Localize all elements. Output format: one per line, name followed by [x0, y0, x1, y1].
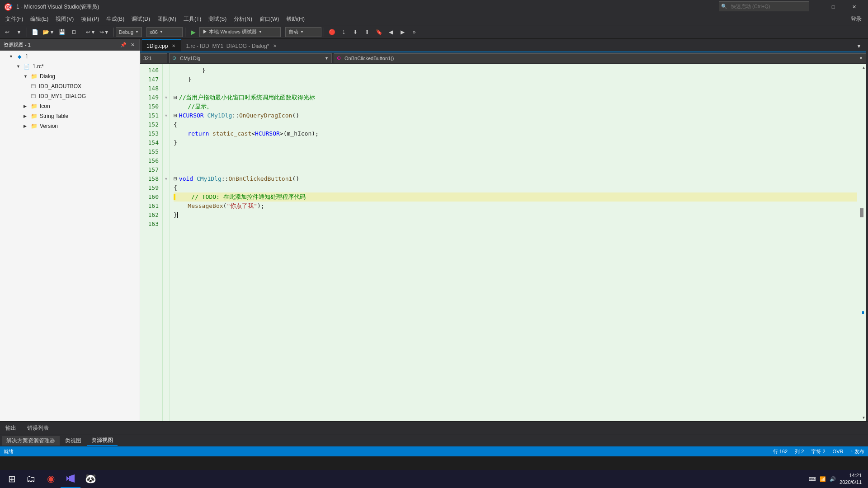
maximize-button[interactable]: □ — [823, 0, 844, 14]
sidebar-header-controls: 📌 ✕ — [120, 41, 136, 48]
sidebar-close-btn[interactable]: ✕ — [129, 41, 136, 48]
auto-dropdown[interactable]: 自动 ▼ — [285, 27, 321, 37]
code-editor[interactable]: 146 147 148 149 150 151 152 153 154 155 … — [140, 64, 866, 421]
sidebar-item-stringtable[interactable]: ▶ 📁 String Table — [0, 111, 140, 121]
scroll-thumb[interactable] — [860, 208, 863, 217]
start-debug-btn[interactable]: ▶ — [188, 27, 198, 38]
tab-1dlg-close-icon[interactable]: ✕ — [170, 43, 177, 49]
menu-help[interactable]: 帮助(H) — [283, 14, 308, 24]
taskbar-chrome-btn[interactable]: ◉ — [41, 470, 61, 488]
code-line-162: } — [174, 211, 857, 220]
menu-file[interactable]: 文件(F) — [2, 14, 27, 24]
sidebar-header: 资源视图 - 1 📌 ✕ — [0, 39, 140, 51]
status-publish[interactable]: ↑ 发布 — [850, 448, 864, 455]
menu-team[interactable]: 团队(M) — [154, 14, 180, 24]
toolbar-step-over-btn[interactable]: ⤵ — [338, 27, 349, 38]
sidebar-item-version[interactable]: ▶ 📁 Version — [0, 121, 140, 131]
menu-edit[interactable]: 编辑(E) — [27, 14, 52, 24]
menu-window[interactable]: 窗口(W) — [256, 14, 283, 24]
fold-arrow-149-icon[interactable]: ⊟ — [174, 93, 177, 102]
line-number-dropdown[interactable]: 321 — [140, 53, 167, 63]
debug-mode-dropdown[interactable]: Debug ▼ — [116, 27, 142, 37]
output-tab[interactable]: 输出 — [4, 424, 18, 432]
toolbar-step-out-btn[interactable]: ⬆ — [362, 27, 373, 38]
sidebar-item-idd-my1[interactable]: 🗔 IDD_MY1_DIALOG — [0, 91, 140, 101]
toolbar-save-all-btn[interactable]: 🗒 — [69, 27, 80, 38]
menu-project[interactable]: 项目(P) — [77, 14, 103, 24]
toolbar-nav-prev-btn[interactable]: ◀ — [385, 27, 396, 38]
quick-launch-input[interactable] — [729, 4, 802, 9]
toolbar-open-btn[interactable]: 📂▼ — [41, 27, 56, 38]
version-label: Version — [40, 123, 58, 129]
sidebar-item-root[interactable]: ▼ ◆ 1 — [0, 52, 140, 61]
quick-launch-box[interactable]: 🔍 — [719, 1, 809, 11]
sidebar-item-dialog[interactable]: ▼ 📁 Dialog — [0, 71, 140, 81]
code-line-156 — [174, 156, 857, 165]
toolbar-back-btn[interactable]: ↩ — [2, 27, 13, 38]
sidebar-pin-btn[interactable]: 📌 — [120, 41, 127, 48]
close-button[interactable]: ✕ — [844, 0, 864, 14]
fold-147 — [163, 75, 170, 84]
idd-my1-icon: 🗔 — [29, 92, 37, 100]
scroll-down-arrow-icon[interactable]: ▼ — [861, 414, 866, 421]
toolbar-redo-btn[interactable]: ↪▼ — [98, 27, 111, 38]
debugger-label: ▶ 本地 Windows 调试器 — [203, 28, 257, 35]
toolbar-breakpoint-btn[interactable]: 🔴 — [326, 27, 337, 38]
line-numbers: 146 147 148 149 150 151 152 153 154 155 … — [140, 64, 163, 421]
fold-151[interactable]: ▼ — [163, 111, 170, 120]
solution-explorer-tab[interactable]: 解决方案资源管理器 — [2, 436, 60, 446]
code-area[interactable]: } } ⊟ //当用户拖动最小化窗口时系统调用此函数取得光标 — [170, 64, 861, 421]
tab-1dlg[interactable]: 1Dlg.cpp ✕ — [142, 39, 181, 52]
tab-1rc-close-icon[interactable]: ✕ — [272, 43, 278, 49]
menu-analyze[interactable]: 分析(N) — [230, 14, 256, 24]
taskbar-vs-btn[interactable] — [61, 470, 80, 488]
taskbar: ⊞ 🗂 ◉ 🐼 ⌨ 📶 🔊 14:21 2020/6/11 — [0, 470, 868, 488]
fold-158[interactable]: ▼ — [163, 174, 170, 183]
debugger-dropdown[interactable]: ▶ 本地 Windows 调试器 ▼ — [199, 27, 281, 37]
class-view-tab[interactable]: 类视图 — [61, 436, 86, 446]
fold-149[interactable]: ▼ — [163, 93, 170, 102]
status-ovr: OVR — [833, 449, 844, 454]
toolbar-nav-next-btn[interactable]: ▶ — [397, 27, 408, 38]
menu-view[interactable]: 视图(V) — [52, 14, 77, 24]
toolbar-step-into-btn[interactable]: ⬇ — [350, 27, 361, 38]
platform-dropdown[interactable]: x86 ▼ — [146, 27, 183, 37]
error-list-tab[interactable]: 错误列表 — [25, 424, 51, 432]
login-button[interactable]: 登录 — [846, 14, 866, 24]
method-icon: ⊕ — [337, 55, 341, 61]
fold-arrow-151-icon[interactable]: ⊟ — [174, 111, 177, 120]
resource-view-tab[interactable]: 资源视图 — [87, 436, 118, 446]
tab-1rc[interactable]: 1.rc - IDD_MY1_DIALOG - Dialog* ✕ — [181, 39, 283, 52]
menu-tools[interactable]: 工具(T) — [180, 14, 205, 24]
taskbar-app4-btn[interactable]: 🐼 — [80, 470, 100, 488]
line-num-161: 161 — [142, 202, 159, 211]
platform-label: x86 — [150, 29, 158, 35]
class-dropdown[interactable]: ⊙ CMy1Dlg ▼ — [169, 53, 332, 63]
fold-arrow-158-icon[interactable]: ⊟ — [174, 174, 177, 183]
toolbar-new-file-btn[interactable]: 📄 — [29, 27, 40, 38]
code-content: 146 147 148 149 150 151 152 153 154 155 … — [140, 64, 866, 421]
taskbar-explorer-btn[interactable]: 🗂 — [21, 470, 41, 488]
start-button[interactable]: ⊞ — [3, 470, 21, 488]
vs-taskbar-icon — [65, 473, 76, 484]
status-col: 列 2 — [795, 448, 804, 455]
menu-test[interactable]: 测试(S) — [205, 14, 230, 24]
toolbar-forward-btn[interactable]: ▼ — [14, 27, 24, 38]
toolbar-sep-2 — [82, 28, 82, 37]
menu-build[interactable]: 生成(B) — [103, 14, 128, 24]
sidebar-item-rc[interactable]: ▼ 📄 1.rc* — [0, 61, 140, 71]
sidebar-item-icon[interactable]: ▶ 📁 Icon — [0, 101, 140, 111]
menu-debug[interactable]: 调试(D) — [128, 14, 154, 24]
toolbar-undo-btn[interactable]: ↩▼ — [85, 27, 97, 38]
sidebar-resize-handle[interactable] — [866, 39, 868, 421]
scroll-up-arrow-icon[interactable]: ▲ — [861, 64, 866, 71]
right-scrollbar[interactable]: ▲ ▼ — [861, 64, 866, 421]
toolbar-bookmark-btn[interactable]: 🔖 — [373, 27, 384, 38]
sidebar-item-idd-about[interactable]: 🗔 IDD_ABOUTBOX — [0, 81, 140, 91]
network-icon: 📶 — [820, 476, 826, 482]
method-dropdown[interactable]: ⊕ OnBnClickedButton1() ▼ — [334, 53, 866, 63]
line-num-156: 156 — [142, 156, 159, 165]
toolbar-save-btn[interactable]: 💾 — [57, 27, 68, 38]
toolbar-more-btn[interactable]: » — [409, 27, 420, 38]
tab-scroll-right-btn[interactable]: ▼ — [854, 41, 864, 52]
